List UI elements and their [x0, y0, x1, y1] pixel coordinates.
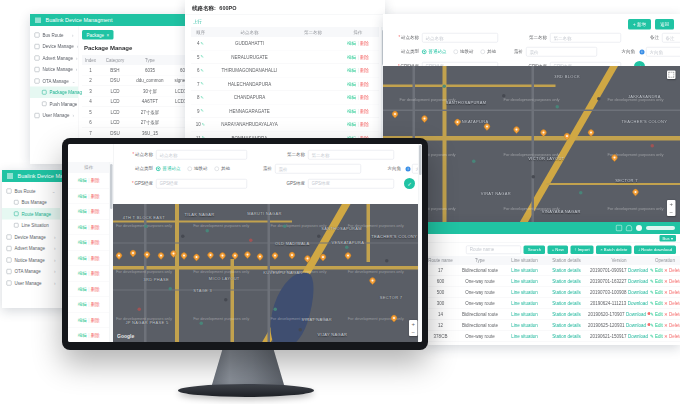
- line-situation-link[interactable]: Line situation: [511, 312, 538, 317]
- delete-link[interactable]: 删除: [91, 301, 100, 308]
- operation-row[interactable]: 编辑|删除: [68, 220, 110, 236]
- route-row[interactable]: 600 One-way route Line situation Station…: [425, 276, 680, 287]
- delete-link[interactable]: 删除: [360, 95, 369, 100]
- map-zoom-control[interactable]: +−: [409, 320, 418, 336]
- edit-pencil-icon[interactable]: ✎: [201, 82, 204, 87]
- toolbar-button[interactable]: + New: [548, 245, 568, 254]
- edit-link[interactable]: 编辑: [347, 54, 356, 59]
- download-link[interactable]: Download: [628, 334, 648, 339]
- delete-link[interactable]: 删除: [91, 255, 100, 262]
- add-button[interactable]: + 新增: [628, 19, 651, 30]
- station-type-radio[interactable]: 地铁站: [188, 166, 208, 173]
- station-name-input[interactable]: [422, 33, 498, 43]
- download-link[interactable]: Download: [626, 323, 650, 328]
- edit-link[interactable]: 编辑: [347, 81, 356, 86]
- operation-row[interactable]: 编辑|删除: [68, 313, 110, 329]
- station-row[interactable]: 10✎ NARAYANAHRUDAYALAYA 编辑|删除: [191, 118, 379, 132]
- station-row[interactable]: 4✎ GUDDAHATTI 编辑|删除: [191, 37, 379, 51]
- edit-link[interactable]: ✎ Edit: [650, 290, 663, 295]
- edit-link[interactable]: ✎ Edit: [650, 268, 663, 273]
- fare-input[interactable]: [526, 47, 597, 57]
- scrollbar[interactable]: [418, 144, 422, 342]
- station-marker-pin[interactable]: [631, 188, 639, 196]
- station-marker-pin[interactable]: [206, 251, 214, 259]
- edit-link[interactable]: 编辑: [347, 41, 356, 46]
- edit-link[interactable]: ✎ Edit: [650, 301, 663, 306]
- station-details-link[interactable]: Station details: [552, 323, 580, 328]
- tab-package[interactable]: Package ×: [82, 30, 114, 40]
- edit-link[interactable]: 编辑: [78, 239, 87, 246]
- route-map[interactable]: For development purposes onlyFor develop…: [113, 204, 422, 342]
- edit-link[interactable]: 编辑: [347, 122, 356, 127]
- station-name-input[interactable]: [156, 150, 247, 160]
- station-marker-pin[interactable]: [271, 251, 279, 259]
- edit-link[interactable]: 编辑: [78, 224, 87, 231]
- station-details-link[interactable]: Station details: [552, 268, 580, 273]
- sidebar-item[interactable]: Package Manage: [30, 87, 78, 99]
- edit-link[interactable]: 编辑: [347, 108, 356, 113]
- sidebar-item[interactable]: Bus Route ›: [30, 29, 78, 41]
- download-link[interactable]: Download: [628, 290, 648, 295]
- toolbar-button[interactable]: ↑ Import: [570, 245, 593, 254]
- edit-link[interactable]: 编辑: [78, 193, 87, 200]
- route-row[interactable]: 600PO One-way route Line situation Stati…: [425, 342, 680, 345]
- toolbar-button[interactable]: ↓ Route download: [634, 245, 676, 254]
- delete-link[interactable]: 删除: [91, 270, 100, 277]
- line-situation-link[interactable]: Line situation: [511, 268, 538, 273]
- station-marker-pin[interactable]: [180, 251, 188, 259]
- station-row[interactable]: 6✎ THIRUMAGONDANAHALLI 编辑|删除: [191, 64, 379, 78]
- delete-link[interactable]: ✕ Delete: [664, 290, 680, 295]
- station-marker-pin[interactable]: [483, 122, 491, 130]
- station-marker-pin[interactable]: [319, 253, 327, 261]
- second-name-input[interactable]: [550, 33, 621, 43]
- sidebar-item[interactable]: Bus Route ⌄: [2, 185, 60, 197]
- delete-link[interactable]: 删除: [91, 208, 100, 215]
- confirm-button[interactable]: ✓: [404, 178, 415, 189]
- map-zoom-control[interactable]: +−: [667, 200, 676, 216]
- operation-row[interactable]: 编辑|删除: [68, 328, 110, 342]
- edit-link[interactable]: ✎ Edit: [650, 279, 663, 284]
- station-type-radio[interactable]: 普通站点: [156, 166, 181, 173]
- second-name-input[interactable]: [308, 150, 394, 160]
- delete-link[interactable]: ✕ Delete: [664, 268, 680, 273]
- download-link[interactable]: Download: [628, 301, 648, 306]
- delete-link[interactable]: 删除: [360, 41, 369, 46]
- station-marker-pin[interactable]: [129, 249, 137, 257]
- edit-link[interactable]: 编辑: [78, 286, 87, 293]
- edit-link[interactable]: 编辑: [78, 255, 87, 262]
- download-link[interactable]: Download: [628, 268, 648, 273]
- station-row[interactable]: 5✎ NERALURUGATE 编辑|删除: [191, 51, 379, 65]
- sidebar-item[interactable]: OTA Manage ⌄: [30, 75, 78, 87]
- line-situation-link[interactable]: Line situation: [511, 334, 538, 339]
- station-marker-pin[interactable]: [115, 251, 123, 259]
- station-marker-pin[interactable]: [192, 253, 200, 261]
- route-row[interactable]: 17 Bidirectional route Line situation St…: [425, 265, 680, 276]
- station-marker-pin[interactable]: [288, 251, 296, 259]
- station-type-radio[interactable]: 普通站点: [422, 49, 447, 56]
- edit-link[interactable]: 编辑: [78, 301, 87, 308]
- edit-pencil-icon[interactable]: ✎: [201, 68, 204, 73]
- operation-row[interactable]: 编辑|删除: [68, 297, 110, 313]
- station-marker-pin[interactable]: [512, 125, 520, 133]
- delete-link[interactable]: 删除: [360, 68, 369, 73]
- sidebar-item[interactable]: OTA Manage ›: [2, 266, 60, 278]
- delete-link[interactable]: 删除: [91, 177, 100, 184]
- station-marker-pin[interactable]: [218, 251, 226, 259]
- edit-link[interactable]: ✎ Edit: [650, 312, 663, 317]
- route-search-input[interactable]: [466, 245, 521, 254]
- operation-row[interactable]: 编辑|删除: [68, 251, 110, 267]
- edit-pencil-icon[interactable]: ✎: [202, 122, 205, 127]
- angle-input[interactable]: [646, 47, 680, 57]
- sidebar-item[interactable]: Device Manage ›: [30, 41, 78, 53]
- delete-link[interactable]: 删除: [91, 332, 100, 339]
- delete-link[interactable]: 删除: [91, 193, 100, 200]
- line-situation-link[interactable]: Line situation: [511, 323, 538, 328]
- sidebar-item[interactable]: Line Situation: [2, 220, 60, 232]
- station-details-link[interactable]: Station details: [552, 334, 580, 339]
- edit-pencil-icon[interactable]: ✎: [201, 109, 204, 114]
- sidebar-item[interactable]: Device Manage ›: [2, 231, 60, 243]
- line-situation-link[interactable]: Line situation: [511, 279, 538, 284]
- station-details-link[interactable]: Station details: [552, 279, 580, 284]
- line-situation-link[interactable]: Line situation: [511, 290, 538, 295]
- zoom-in-icon[interactable]: +: [411, 321, 415, 327]
